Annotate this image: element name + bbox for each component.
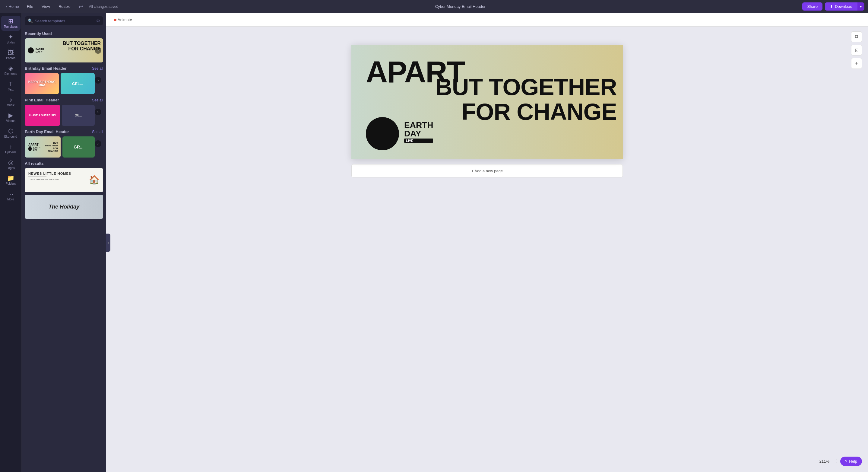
left-panel: 🔍 ⚙ Recently Used EARTHDAY ● BUT TOGETHE…	[22, 13, 106, 472]
canvas-tools-right: ⧉ ⊡ +	[851, 31, 862, 69]
pink-next-button[interactable]: ›	[95, 109, 101, 115]
uploads-icon: ↑	[9, 144, 12, 150]
circle-decoration	[28, 48, 34, 53]
recently-used-section: EARTHDAY ● BUT TOGETHERFOR CHANGE ›	[25, 38, 103, 62]
earth-header: Earth Day Email Header See all	[25, 129, 103, 134]
design-canvas[interactable]: APART BUT TOGETHER FOR CHANGE EARTHDAY L…	[351, 45, 623, 159]
folders-icon: 📁	[7, 175, 14, 181]
birthday-templates-row: HAPPY BIRTHDAY, MIA! CEL... ›	[25, 73, 103, 94]
pink-title: Pink Email Header	[25, 98, 59, 102]
save-status: All changes saved	[89, 4, 118, 9]
earth-template-2[interactable]: GR...	[62, 137, 95, 157]
sidebar-item-photos[interactable]: 🖼 Photos	[1, 47, 21, 62]
sidebar-item-text[interactable]: T Text	[1, 79, 21, 93]
filter-icon[interactable]: ⚙	[96, 19, 100, 23]
canvas-earthday: EARTHDAY LIVE	[404, 121, 433, 143]
homes-divider	[28, 177, 46, 177]
all-results-title: All results	[25, 161, 44, 166]
recently-used-thumb[interactable]: EARTHDAY ● BUT TOGETHERFOR CHANGE	[25, 38, 103, 62]
birthday-header: Birthday Email Header See all	[25, 66, 103, 70]
pink-see-all-link[interactable]: See all	[92, 98, 103, 102]
templates-icon: ⊞	[8, 18, 13, 24]
pink-header: Pink Email Header See all	[25, 98, 103, 102]
download-icon: ⬇	[830, 4, 833, 9]
bottom-bar: 211% ⛶ ? Help	[819, 456, 862, 466]
photos-icon: 🖼	[8, 50, 14, 56]
birthday-template-1[interactable]: HAPPY BIRTHDAY, MIA!	[25, 73, 59, 94]
duplicate-page-button[interactable]: ⧉	[851, 31, 862, 42]
chevron-left-icon: ‹	[6, 4, 7, 9]
help-button[interactable]: ? Help	[840, 456, 862, 466]
sidebar-item-elements[interactable]: ◈ Elements	[1, 63, 21, 78]
homes-template[interactable]: HEWES LITTLE HOMES This is how homes are…	[25, 168, 103, 192]
download-dropdown-button[interactable]: ▾	[857, 2, 864, 10]
download-group: ⬇ Download ▾	[825, 2, 864, 10]
birthday-see-all-link[interactable]: See all	[92, 66, 103, 70]
birthday-next-button[interactable]: ›	[95, 77, 101, 84]
earth-next-button[interactable]: ›	[95, 140, 101, 147]
home-button[interactable]: ‹ Home	[4, 3, 22, 10]
search-input[interactable]	[35, 19, 94, 23]
download-button[interactable]: ⬇ Download	[825, 2, 857, 10]
main-area: ⊞ Templates ✦ Styles 🖼 Photos ◈ Elements…	[0, 13, 868, 472]
pink-template-1[interactable]: I HAVE A SURPRISE!	[25, 105, 60, 126]
search-icon: 🔍	[28, 19, 33, 23]
sidebar-item-uploads[interactable]: ↑ Uploads	[1, 141, 21, 156]
birthday-title: Birthday Email Header	[25, 66, 67, 70]
file-menu-button[interactable]: File	[24, 3, 36, 10]
pink-templates-row: I HAVE A SURPRISE! OU... ›	[25, 105, 103, 126]
fullscreen-button[interactable]: ⛶	[832, 459, 837, 464]
top-navigation: ‹ Home File View Resize ↩ All changes sa…	[0, 0, 868, 13]
earth-circle	[28, 146, 32, 151]
house-icon: 🏠	[89, 175, 99, 185]
sidebar-item-videos[interactable]: ▶ Videos	[1, 110, 21, 125]
canvas-wrapper: APART BUT TOGETHER FOR CHANGE EARTHDAY L…	[351, 45, 623, 177]
search-bar: 🔍 ⚙	[25, 16, 103, 25]
sidebar-item-folders[interactable]: 📁 Folders	[1, 173, 21, 188]
holiday-template[interactable]: The Holiday	[25, 195, 103, 219]
undo-button[interactable]: ↩	[76, 2, 85, 11]
add-page-tool-button[interactable]: +	[851, 58, 862, 69]
document-title: Cyber Monday Email Header	[435, 4, 486, 9]
pink-template-2[interactable]: OU...	[62, 105, 95, 126]
more-icon: ···	[8, 191, 13, 197]
sidebar-item-music[interactable]: ♪ Music	[1, 94, 21, 109]
hide-panel-button[interactable]: ‹	[106, 234, 111, 252]
background-icon: ⬡	[8, 128, 13, 134]
sidebar-item-background[interactable]: ⬡ Bkground	[1, 125, 21, 141]
earth-template-1[interactable]: APART EARTH DAY BUT TOGETHERFOR CHANGE	[25, 137, 61, 157]
text-icon: T	[9, 81, 12, 87]
animate-button[interactable]: Animate	[111, 16, 135, 23]
add-page-button[interactable]: + Add a new page	[351, 164, 623, 177]
resize-menu-button[interactable]: Resize	[56, 3, 73, 10]
share-button[interactable]: Share	[802, 2, 823, 10]
panel-scroll: Recently Used EARTHDAY ● BUT TOGETHERFOR…	[22, 28, 106, 472]
music-icon: ♪	[9, 96, 12, 102]
earth-see-all-link[interactable]: See all	[92, 130, 103, 134]
animate-dot	[114, 19, 116, 21]
view-menu-button[interactable]: View	[39, 3, 53, 10]
sidebar-item-styles[interactable]: ✦ Styles	[1, 31, 21, 47]
canvas-area: Animate ⧉ ⊡ + APART BUT TOGETHER FOR CHA…	[106, 13, 868, 472]
canvas-scroll[interactable]: APART BUT TOGETHER FOR CHANGE EARTHDAY L…	[106, 27, 868, 472]
sidebar-item-more[interactable]: ··· More	[1, 188, 21, 203]
sidebar-item-logos[interactable]: ◎ Logos	[1, 157, 21, 172]
sidebar-icons: ⊞ Templates ✦ Styles 🖼 Photos ◈ Elements…	[0, 13, 22, 472]
birthday-template-2[interactable]: CEL...	[61, 73, 95, 94]
logos-icon: ◎	[8, 159, 13, 166]
recently-used-header: Recently Used	[25, 31, 103, 36]
earth-templates-row: APART EARTH DAY BUT TOGETHERFOR CHANGE G…	[25, 137, 103, 157]
styles-icon: ✦	[8, 34, 13, 40]
all-results-header: All results	[25, 161, 103, 166]
recently-used-title: Recently Used	[25, 31, 52, 36]
recently-used-next-button[interactable]: ›	[95, 47, 101, 54]
sidebar-item-templates[interactable]: ⊞ Templates	[1, 16, 21, 31]
videos-icon: ▶	[8, 112, 13, 118]
help-icon: ?	[845, 459, 847, 464]
canvas-toolbar: Animate	[106, 13, 868, 27]
canvas-circle	[366, 117, 399, 150]
copy-page-button[interactable]: ⊡	[851, 45, 862, 56]
earth-title: Earth Day Email Header	[25, 129, 69, 134]
zoom-level-button[interactable]: 211%	[819, 459, 829, 464]
elements-icon: ◈	[8, 65, 13, 71]
